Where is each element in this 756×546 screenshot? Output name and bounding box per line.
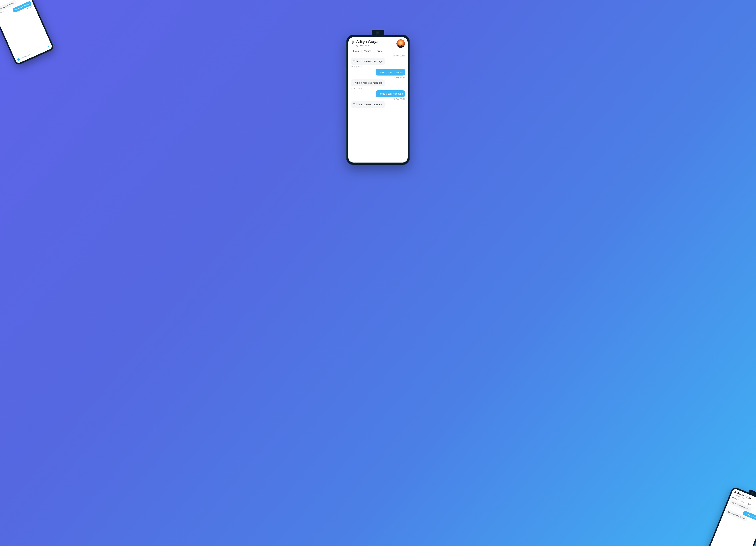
message-bubble[interactable]: This is a sent message (376, 69, 405, 76)
chat-tabs: Photos Videos Files (351, 50, 405, 52)
message-received: This is a received message15 Aug 22:31 (351, 58, 385, 68)
emoji-icon[interactable] (17, 58, 20, 61)
message-sent: This is a sent message15 Aug 22:31 (376, 69, 405, 79)
chat-header: Aditya Gurjar @adityagurjar Photos Video… (348, 37, 408, 54)
message-sent: This is a sent message15 Aug 22:31 (7, 0, 27, 2)
message-sent: This is a sent message15 Aug 22:31 (376, 90, 405, 100)
avatar[interactable] (396, 39, 405, 48)
phone-side-button (410, 76, 410, 85)
message-timestamp: 15 Aug 22:31 (393, 76, 405, 78)
message-received: This is a received message (351, 101, 385, 108)
chat-header-titles: Aditya Gurjar @adityagurjar (356, 39, 394, 47)
tab-photos[interactable]: Photos (351, 50, 359, 52)
phone-camera-popup (372, 30, 384, 36)
phone-screen: Aditya Gurjar @adityagurjar Photos Video… (703, 488, 756, 546)
paperclip-icon[interactable] (734, 491, 736, 494)
phone-center: Aditya Gurjar @adityagurjar Photos Video… (346, 35, 410, 165)
phone-right: Aditya Gurjar @adityagurjar Photos Video… (701, 486, 756, 546)
message-timestamp: 15 Aug 22:31 (393, 55, 405, 57)
message-list-center[interactable]: 15 Aug 22:31This is a received message15… (348, 54, 408, 162)
message-bubble[interactable]: This is a received message (351, 58, 385, 65)
tab-videos[interactable]: Videos (364, 50, 372, 52)
tab-separator (738, 499, 739, 501)
phone-left: This is a sent message15 Aug 22:31This i… (0, 0, 55, 66)
send-icon[interactable] (47, 44, 50, 47)
tab-separator (746, 502, 746, 504)
message-bubble[interactable]: This is a received message (351, 101, 385, 108)
tab-files[interactable]: Files (747, 503, 751, 506)
phone-side-button (346, 67, 346, 73)
message-bubble[interactable]: This is a received message (351, 79, 385, 86)
tab-files[interactable]: Files (376, 50, 382, 52)
phone-screen: This is a sent message15 Aug 22:31This i… (0, 0, 53, 64)
message-bubble[interactable]: This is a sent message (376, 90, 405, 97)
phone-screen: Aditya Gurjar @adityagurjar Photos Video… (348, 37, 408, 162)
message-received: This is a received message15 Aug 22:31 (351, 79, 385, 89)
paperclip-icon[interactable] (351, 40, 354, 44)
chat-contact-handle: @adityagurjar (356, 44, 394, 47)
chat-contact-name: Aditya Gurjar (356, 39, 394, 44)
message-timestamp: 15 Aug 22:31 (351, 65, 363, 68)
phone-side-button (410, 64, 410, 73)
message-timestamp: 15 Aug 22:31 (351, 87, 363, 89)
message-timestamp: 15 Aug 22:31 (393, 98, 405, 100)
